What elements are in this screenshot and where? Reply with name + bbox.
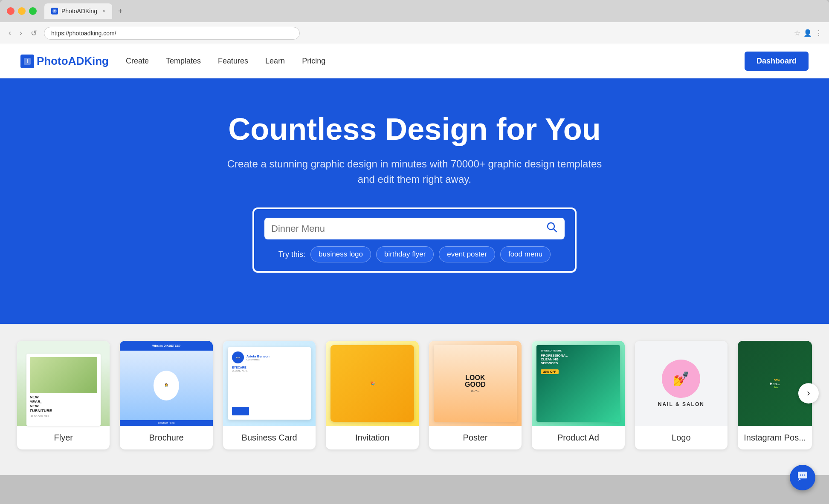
template-card-poster[interactable]: LOOKGOOD On You Poster xyxy=(429,341,522,449)
try-this-label: Try this: xyxy=(278,250,305,259)
nav-templates[interactable]: Templates xyxy=(166,57,201,66)
hero-title: Countless Design for You xyxy=(20,112,809,146)
template-card-product-ad[interactable]: SPONSOR NAME PROFESSIONALCLEANINGSERVICE… xyxy=(532,341,624,449)
hero-subtitle: Create a stunning graphic design in minu… xyxy=(20,156,809,187)
template-thumbnail-instagram: 50% Hea... Me... xyxy=(738,341,812,426)
logo[interactable]: i PhotoADKing xyxy=(20,55,109,68)
search-button[interactable] xyxy=(546,221,558,236)
template-card-flyer[interactable]: NEWYEAR,NEWFURNITURE UP TO 50% OFF Flyer xyxy=(17,341,110,449)
browser-tab[interactable]: P PhotoADKing × xyxy=(44,3,112,19)
template-thumbnail-invitation: 🎉 xyxy=(326,341,418,426)
site-header: i PhotoADKing Create Templates Features … xyxy=(0,44,829,78)
templates-grid: NEWYEAR,NEWFURNITURE UP TO 50% OFF Flyer… xyxy=(17,341,812,449)
template-card-invitation[interactable]: 🎉 Invitation xyxy=(326,341,418,449)
try-this-row: Try this: business logo birthday flyer e… xyxy=(264,246,565,262)
forward-button[interactable]: › xyxy=(18,27,24,39)
template-label-bizcard: Business Card xyxy=(223,426,316,449)
search-container: Try this: business logo birthday flyer e… xyxy=(252,207,577,273)
templates-section: NEWYEAR,NEWFURNITURE UP TO 50% OFF Flyer… xyxy=(0,324,829,475)
svg-point-8 xyxy=(802,474,803,475)
dashboard-button[interactable]: Dashboard xyxy=(745,52,809,71)
template-label-invitation: Invitation xyxy=(326,426,418,449)
search-input[interactable] xyxy=(271,223,546,234)
traffic-lights xyxy=(7,7,37,15)
svg-point-9 xyxy=(804,474,806,475)
try-tag-food-menu[interactable]: food menu xyxy=(500,246,551,262)
chat-widget[interactable] xyxy=(790,465,815,490)
minimize-button[interactable] xyxy=(18,7,26,15)
svg-line-5 xyxy=(554,229,557,232)
nav-features[interactable]: Features xyxy=(218,57,248,66)
browser-addressbar: ‹ › ↺ ☆ 👤 ⋮ xyxy=(0,22,829,44)
profile-icon[interactable]: 👤 xyxy=(803,29,812,37)
template-label-logo: Logo xyxy=(635,426,728,449)
svg-text:P: P xyxy=(53,9,56,13)
try-tag-birthday-flyer[interactable]: birthday flyer xyxy=(376,246,434,262)
template-thumbnail-poster: LOOKGOOD On You xyxy=(429,341,522,426)
try-tag-event-poster[interactable]: event poster xyxy=(439,246,495,262)
address-bar-icons: ☆ 👤 ⋮ xyxy=(794,29,822,37)
template-label-flyer: Flyer xyxy=(17,426,110,449)
nav-create[interactable]: Create xyxy=(126,57,149,66)
template-card-bizcard[interactable]: 👓 Arieta Benson Optometrist EYECAREDECLI… xyxy=(223,341,316,449)
tab-close-button[interactable]: × xyxy=(102,8,105,14)
browser-frame: P PhotoADKing × + ‹ › ↺ ☆ 👤 ⋮ xyxy=(0,0,829,44)
new-tab-button[interactable]: + xyxy=(118,7,123,16)
svg-text:i: i xyxy=(26,58,28,64)
bookmark-icon[interactable]: ☆ xyxy=(794,29,800,37)
template-card-logo[interactable]: 💅 NAIL & SALON Logo xyxy=(635,341,728,449)
template-label-instagram: Instagram Pos... xyxy=(738,426,812,449)
svg-point-7 xyxy=(800,474,801,475)
fullscreen-button[interactable] xyxy=(29,7,37,15)
nav-pricing[interactable]: Pricing xyxy=(302,57,325,66)
hero-section: Countless Design for You Create a stunni… xyxy=(0,78,829,324)
website-content: i PhotoADKing Create Templates Features … xyxy=(0,44,829,475)
template-thumbnail-product-ad: SPONSOR NAME PROFESSIONALCLEANINGSERVICE… xyxy=(532,341,624,426)
back-button[interactable]: ‹ xyxy=(7,27,13,39)
chat-icon xyxy=(797,470,809,485)
logo-icon: i xyxy=(20,55,34,68)
template-thumbnail-brochure: What is DIABETES? 👩‍⚕️ CONTACT HERE xyxy=(120,341,212,426)
try-tag-business-logo[interactable]: business logo xyxy=(310,246,371,262)
refresh-button[interactable]: ↺ xyxy=(29,27,39,40)
template-card-brochure[interactable]: What is DIABETES? 👩‍⚕️ CONTACT HERE Broc… xyxy=(120,341,212,449)
main-nav: Create Templates Features Learn Pricing xyxy=(126,57,745,66)
browser-titlebar: P PhotoADKing × + xyxy=(0,0,829,22)
tab-favicon: P xyxy=(51,8,58,14)
menu-icon[interactable]: ⋮ xyxy=(815,29,822,37)
template-label-product-ad: Product Ad xyxy=(532,426,624,449)
carousel-next-button[interactable]: › xyxy=(798,383,819,403)
template-thumbnail-bizcard: 👓 Arieta Benson Optometrist EYECAREDECLI… xyxy=(223,341,316,426)
template-thumbnail-logo: 💅 NAIL & SALON xyxy=(635,341,728,426)
nav-learn[interactable]: Learn xyxy=(265,57,285,66)
close-button[interactable] xyxy=(7,7,14,15)
search-input-row xyxy=(264,218,565,239)
logo-text: PhotoADKing xyxy=(37,55,109,68)
template-label-poster: Poster xyxy=(429,426,522,449)
tab-title: PhotoADKing xyxy=(61,8,97,14)
address-input[interactable] xyxy=(44,27,300,40)
template-label-brochure: Brochure xyxy=(120,426,212,449)
template-thumbnail-flyer: NEWYEAR,NEWFURNITURE UP TO 50% OFF xyxy=(17,341,110,426)
